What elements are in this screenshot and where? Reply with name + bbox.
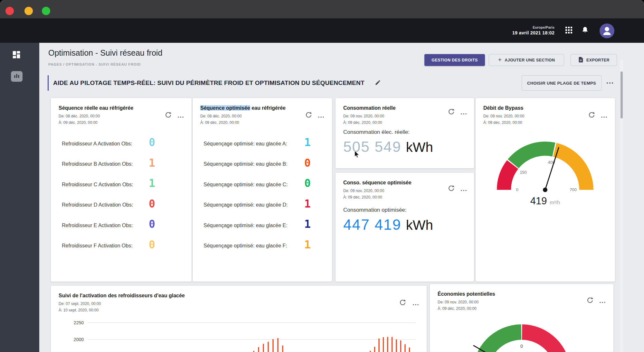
sequence-row-value: 1 [304, 238, 311, 251]
add-section-label: AJOUTER UNE SECTION [505, 58, 555, 62]
sidebar-item-analytics[interactable] [11, 71, 23, 82]
selected-text-highlight: Séquence optimisée [200, 105, 250, 111]
card-conso-optimisee: Conso. séquence optimisée De: 09 nov. 20… [336, 173, 474, 282]
left-sidebar [0, 43, 39, 352]
card-menu-icon[interactable] [601, 114, 607, 119]
sequence-row-value: 0 [304, 157, 311, 169]
sequence-row-label: Refroidisseur B Activation Obs: [62, 161, 149, 167]
sequence-row: Séquençage optimisé: eau glacée F:1 [193, 236, 332, 256]
time-range-button[interactable]: CHOISIR UNE PLAGE DE TEMPS [522, 75, 601, 91]
metric-label: Consommation élec. réelle: [336, 129, 474, 135]
sequence-row-value: 1 [304, 198, 311, 210]
apps-grid-icon[interactable] [565, 27, 573, 35]
svg-text:419 m³/h: 419 m³/h [530, 195, 560, 207]
scrollbar-thumb[interactable] [620, 71, 623, 118]
card-menu-icon[interactable] [460, 110, 467, 116]
sequence-row-label: Séquençage optimisé: eau glacée D: [204, 202, 304, 208]
sequence-row-label: Séquençage optimisé: eau glacée A: [204, 141, 304, 147]
sequence-row-label: Séquençage optimisé: eau glacée E: [204, 223, 304, 228]
sequence-row-label: Séquençage optimisé: eau glacée F: [204, 243, 304, 249]
section-title-bar: AIDE AU PILOTAGE TEMPS-RÉEL: SUIVI DU PÉ… [48, 75, 381, 91]
card-date-to: À: 09 déc. 2020, 00:00 [59, 119, 184, 126]
card-date-to: À: 09 déc. 2020, 00:00 [200, 119, 324, 126]
refresh-icon[interactable] [448, 108, 455, 116]
sequence-row-value: 1 [304, 136, 311, 149]
activation-spikes-chart: 22502000 [51, 286, 427, 352]
svg-text:0: 0 [520, 344, 523, 349]
section-title: AIDE AU PILOTAGE TEMPS-RÉEL: SUIVI DU PÉ… [53, 79, 365, 87]
clock-block: Europe/Paris 19 avril 2021 18:02 [512, 25, 554, 35]
sequence-row: Séquençage optimisé: eau glacée A:1 [193, 134, 332, 154]
macos-titlebar [0, 0, 644, 18]
card-title: Séquence optimisée eau réfrigérée [200, 105, 324, 112]
notifications-bell-icon[interactable] [582, 26, 589, 35]
page-title: Optimisation - Suivi réseau froid [48, 48, 162, 58]
metric-value: 505 549 [343, 138, 401, 155]
svg-text:2250: 2250 [74, 320, 84, 325]
card-menu-icon[interactable] [318, 114, 324, 119]
card-date-to: À: 09 déc. 2020, 00:00 [343, 119, 466, 126]
sequence-row-label: Refroidisseur A Activation Obs: [62, 141, 149, 147]
sidebar-item-dashboard[interactable] [12, 50, 21, 61]
top-navbar: Europe/Paris 19 avril 2021 18:02 [0, 18, 644, 43]
time-range-label: CHOISIR UNE PLAGE DE TEMPS [527, 81, 596, 86]
card-conso-reelle: Consommation réelle De: 09 nov. 2020, 00… [336, 98, 474, 168]
card-date-to: À: 09 déc. 2020, 00:00 [483, 119, 607, 126]
add-section-button[interactable]: + AJOUTER UNE SECTION [489, 54, 564, 66]
scrollbar-track[interactable] [620, 60, 623, 352]
section-menu-dots[interactable] [607, 82, 613, 84]
card-sequence-reelle: Séquence réelle eau réfrigérée De: 08 dé… [51, 98, 192, 282]
sequence-row-value: 0 [149, 238, 155, 251]
sequence-row-label: Refroidisseur D Activation Obs: [62, 202, 149, 208]
sequence-row: Refroidisseur D Activation Obs:0 [51, 195, 192, 216]
metric-value-row: 505 549 kWh [336, 138, 474, 155]
sequence-row: Séquençage optimisé: eau glacée D:1 [193, 195, 332, 216]
bar-chart-icon [13, 73, 20, 80]
sequence-row: Refroidisseur E Activation Obs:0 [51, 215, 192, 236]
timezone-label: Europe/Paris [512, 25, 554, 29]
card-menu-icon[interactable] [460, 187, 467, 193]
edit-pencil-icon[interactable] [375, 79, 381, 87]
sequence-row: Séquençage optimisé: eau glacée C:0 [193, 174, 332, 195]
sequence-row: Refroidisseur B Activation Obs:1 [51, 154, 192, 175]
metric-unit: kWh [406, 140, 433, 155]
sequence-row-value: 1 [149, 157, 155, 169]
sequence-row-value: 0 [149, 136, 155, 149]
sequence-row-value: 0 [304, 177, 311, 190]
card-title-rest: eau réfrigérée [250, 105, 286, 111]
refresh-icon[interactable] [448, 185, 455, 193]
metric-label: Consommation optimisée: [336, 207, 474, 213]
sequence-row: Refroidisseur A Activation Obs:0 [51, 134, 192, 154]
card-title: Débit de Bypass [483, 105, 607, 112]
sequence-row-value: 1 [304, 218, 311, 230]
export-button[interactable]: EXPORTER [571, 54, 617, 66]
refresh-icon[interactable] [588, 112, 595, 120]
card-menu-icon[interactable] [177, 114, 184, 119]
card-economies: Économies potentielles De: 09 nov. 2020,… [430, 284, 613, 352]
pdf-file-icon [578, 57, 583, 64]
fullscreen-button[interactable] [42, 7, 50, 15]
metric-value-row: 447 419 kWh [336, 216, 474, 233]
economies-gauge-chart: 0 [430, 284, 613, 352]
manage-rights-button[interactable]: GESTION DES DROITS [424, 54, 485, 66]
user-avatar[interactable] [600, 23, 614, 38]
export-label: EXPORTER [586, 58, 610, 62]
sequence-row: Séquençage optimisé: eau glacée B:0 [193, 154, 332, 175]
close-button[interactable] [5, 7, 14, 15]
card-date-to: À: 09 déc. 2020, 00:00 [343, 194, 466, 200]
manage-rights-label: GESTION DES DROITS [431, 58, 478, 62]
card-title: Séquence réelle eau réfrigérée [59, 105, 184, 112]
refresh-icon[interactable] [165, 112, 172, 120]
sequence-row-label: Séquençage optimisé: eau glacée B: [204, 161, 304, 167]
card-debit-bypass: Débit de Bypass De: 09 nov. 2020, 00:00 … [476, 98, 615, 282]
metric-value: 447 419 [343, 216, 401, 233]
sequence-row-value: 0 [149, 198, 155, 210]
breadcrumb: PAGES / OPTIMISATION - SUIVI RÉSEAU FROI… [48, 62, 141, 66]
svg-text:2000: 2000 [74, 337, 84, 342]
minimize-button[interactable] [24, 7, 33, 15]
refresh-icon[interactable] [305, 112, 312, 120]
metric-unit: kWh [406, 218, 433, 233]
card-suivi-activation: Suivi de l'activation des refroidisseurs… [51, 286, 427, 352]
sequence-rows: Refroidisseur A Activation Obs:0Refroidi… [51, 134, 192, 256]
sequence-row-value: 0 [149, 218, 155, 230]
